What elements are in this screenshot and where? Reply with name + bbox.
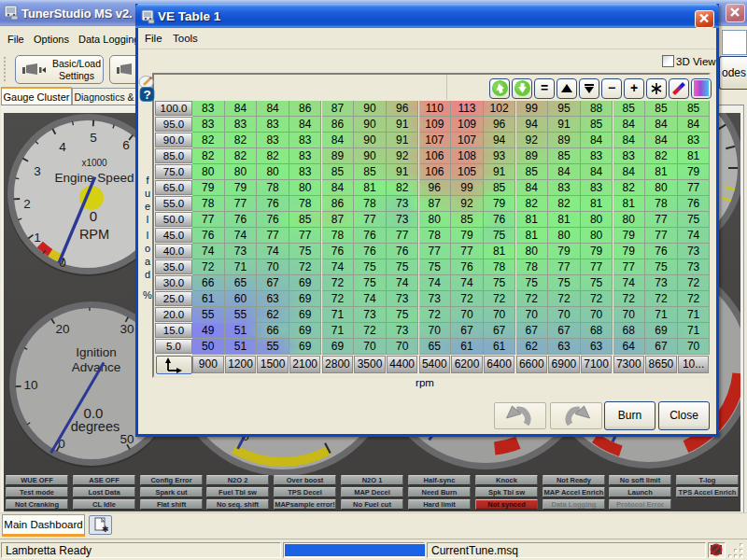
svg-text:3: 3 (34, 164, 41, 178)
svg-text:x1000: x1000 (81, 158, 107, 168)
svg-text:5: 5 (90, 131, 97, 145)
svg-text:2: 2 (23, 197, 31, 211)
svg-text:Advance: Advance (72, 360, 121, 374)
svg-text:✱: ✱ (102, 525, 109, 534)
svg-text:0: 0 (90, 208, 97, 224)
svg-text:degrees: degrees (71, 419, 120, 434)
svg-text:Ignition: Ignition (76, 345, 117, 359)
svg-text:10: 10 (23, 378, 37, 392)
svg-text:1: 1 (34, 231, 41, 245)
svg-text:20: 20 (55, 322, 69, 336)
svg-text:6: 6 (122, 138, 130, 152)
svg-text:30: 30 (120, 322, 134, 336)
svg-text:4: 4 (59, 140, 66, 154)
svg-text:50: 50 (120, 432, 134, 446)
svg-text:?: ? (143, 88, 150, 102)
svg-text:RPM: RPM (79, 227, 109, 242)
